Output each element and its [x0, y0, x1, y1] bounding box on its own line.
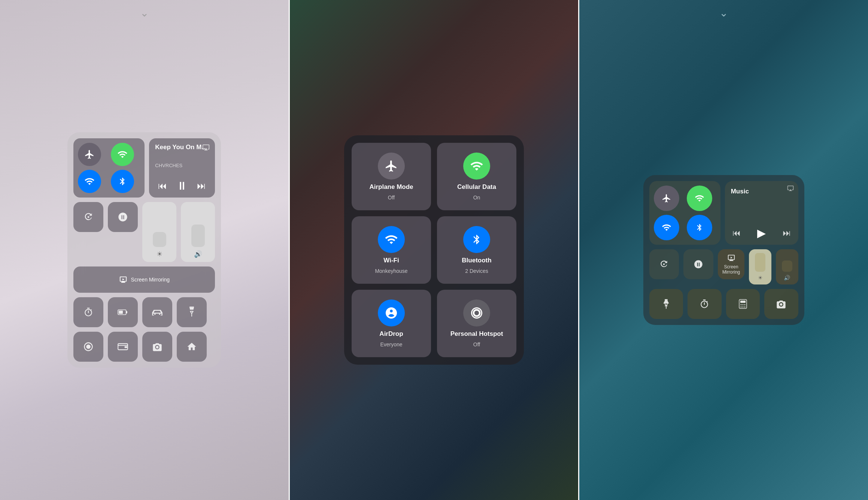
p2-airdrop-sublabel: Everyone [380, 341, 402, 347]
p1-bluetooth-btn[interactable] [111, 170, 134, 193]
p2-airplane-cell[interactable]: Airplane Mode Off [352, 143, 431, 210]
p3-camera-btn[interactable] [764, 289, 798, 319]
svg-point-16 [744, 304, 745, 305]
p2-bluetooth-circle [463, 226, 490, 253]
p2-wifi-cell[interactable]: Wi-Fi Monkeyhouse [352, 216, 431, 284]
p2-airdrop-cell[interactable]: AirDrop Everyone [352, 290, 431, 357]
svg-point-17 [740, 307, 741, 308]
p3-music-controls: ⏮ ▶ ⏭ [731, 226, 792, 240]
p2-hotspot-cell[interactable]: Personal Hotspot Off [437, 290, 516, 357]
control-center-card-3: Music ⏮ ▶ ⏭ [643, 175, 804, 325]
svg-point-18 [742, 307, 743, 308]
svg-rect-3 [119, 311, 123, 314]
panel1-chevron: ⌄ [140, 7, 149, 19]
p1-car-btn[interactable] [142, 297, 172, 327]
p2-grid: Airplane Mode Off Cellular Data On [352, 143, 516, 357]
p2-airplane-sublabel: Off [388, 195, 395, 201]
p1-bottom-row-2 [73, 332, 215, 362]
p3-timer-btn[interactable] [688, 289, 722, 319]
p1-screen-mirror-row: Screen Mirroring [73, 266, 215, 293]
p2-airdrop-label: AirDrop [379, 330, 403, 338]
p3-next-btn[interactable]: ⏭ [783, 228, 791, 238]
p2-cellular-cell[interactable]: Cellular Data On [437, 143, 516, 210]
p3-play-btn[interactable]: ▶ [757, 226, 766, 240]
p2-bluetooth-cell[interactable]: Bluetooth 2 Devices [437, 216, 516, 284]
p3-prev-btn[interactable]: ⏮ [732, 228, 741, 238]
p1-camera-btn[interactable] [142, 332, 172, 362]
svg-point-0 [88, 216, 89, 218]
svg-point-19 [744, 307, 745, 308]
svg-point-15 [742, 304, 743, 305]
p2-wifi-sublabel: Monkeyhouse [375, 268, 407, 274]
p3-bluetooth-btn[interactable] [687, 215, 712, 240]
p3-calculator-btn[interactable] [726, 289, 760, 319]
svg-rect-8 [125, 346, 127, 348]
p1-wallet-btn[interactable] [108, 332, 138, 362]
p1-rotate-lock-btn[interactable] [73, 202, 103, 232]
p2-hotspot-circle [463, 299, 490, 326]
p1-record-btn[interactable] [73, 332, 103, 362]
p1-home-btn[interactable] [177, 332, 207, 362]
p3-dnd-btn[interactable] [683, 249, 713, 279]
p1-top-row: Keep You On M... CHVRCHES ⏮ ⏸ ⏭ [73, 138, 215, 198]
p3-brightness-slider[interactable]: ☀ [749, 249, 771, 284]
p3-airplay-icon[interactable] [787, 185, 794, 193]
p2-cellular-circle [463, 153, 490, 180]
p3-screen-mirroring-btn[interactable]: Screen Mirroring [718, 249, 744, 279]
p2-bluetooth-sublabel: 2 Devices [465, 268, 488, 274]
p3-cellular-btn[interactable] [687, 186, 712, 211]
p1-music-artist: CHVRCHES [155, 163, 209, 168]
p2-cellular-label: Cellular Data [457, 183, 496, 191]
panel-1: ⌄ [0, 0, 289, 500]
p3-airplane-btn[interactable] [654, 186, 679, 211]
control-center-card-1: Keep You On M... CHVRCHES ⏮ ⏸ ⏭ [67, 132, 221, 368]
p3-music-title: Music [731, 186, 792, 195]
svg-point-6 [86, 344, 91, 349]
p1-brightness-slider[interactable]: ☀ [142, 202, 176, 262]
p2-bluetooth-label: Bluetooth [462, 257, 491, 264]
p2-cellular-sublabel: On [473, 195, 480, 201]
p3-music-block: Music ⏮ ▶ ⏭ [725, 181, 798, 245]
p3-volume-slider[interactable]: 🔊 [776, 249, 798, 284]
p1-connectivity-block [73, 138, 145, 198]
p3-wifi-btn[interactable] [654, 215, 679, 240]
p1-music-block: Keep You On M... CHVRCHES ⏮ ⏸ ⏭ [149, 138, 215, 198]
p1-music-controls: ⏮ ⏸ ⏭ [155, 180, 209, 192]
p3-rotate-lock-btn[interactable] [649, 249, 679, 279]
p3-bottom-row [649, 289, 798, 319]
p1-wifi-btn[interactable] [78, 170, 101, 193]
p1-airplay-icon[interactable] [202, 144, 210, 153]
p1-screen-mirroring-btn[interactable]: Screen Mirroring [73, 266, 215, 293]
panel3-chevron: ⌄ [719, 7, 728, 19]
p2-control-center-card: Airplane Mode Off Cellular Data On [344, 135, 524, 365]
p2-airplane-label: Airplane Mode [369, 183, 413, 191]
p1-next-btn[interactable]: ⏭ [197, 181, 206, 191]
p1-airplane-btn[interactable] [78, 143, 101, 166]
p3-top-row: Music ⏮ ▶ ⏭ [649, 181, 798, 245]
p3-second-row: Screen Mirroring ☀ 🔊 [649, 249, 798, 284]
p3-flashlight-btn[interactable] [649, 289, 683, 319]
p3-connectivity-block [649, 181, 720, 245]
p2-cc-wrapper: Airplane Mode Off Cellular Data On [344, 135, 524, 365]
panel-3: ⌄ [579, 0, 868, 500]
p1-second-row: ☀ 🔊 [73, 202, 215, 262]
p1-music-title: Keep You On M... [155, 144, 209, 151]
p1-bottom-row-1 [73, 297, 215, 327]
p1-screen-mirroring-label: Screen Mirroring [131, 277, 170, 283]
p1-volume-slider[interactable]: 🔊 [181, 202, 215, 262]
p1-sliders: ☀ 🔊 [142, 202, 215, 262]
p2-airdrop-circle [378, 299, 405, 326]
svg-point-14 [740, 304, 741, 305]
p1-flashlight-btn[interactable] [177, 297, 207, 327]
svg-rect-10 [665, 299, 668, 301]
p2-airplane-circle [378, 153, 405, 180]
p1-timer-btn[interactable] [73, 297, 103, 327]
p1-dnd-btn[interactable] [108, 202, 138, 232]
p1-play-btn[interactable]: ⏸ [176, 180, 188, 192]
svg-point-9 [663, 263, 665, 265]
svg-rect-4 [191, 307, 194, 309]
svg-rect-2 [126, 311, 127, 314]
p1-battery-btn[interactable] [108, 297, 138, 327]
p1-cellular-btn[interactable] [111, 143, 134, 166]
p1-prev-btn[interactable]: ⏮ [158, 181, 167, 191]
